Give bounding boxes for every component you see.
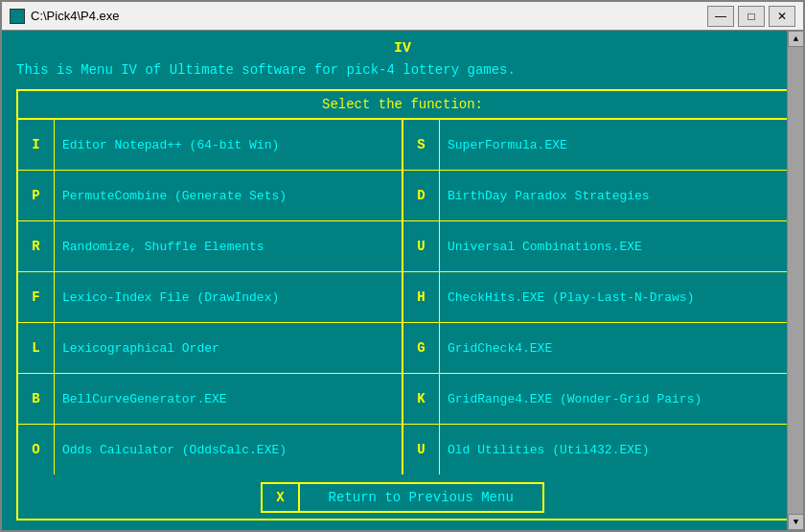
menu-label-left-4[interactable]: Lexicographical Order <box>55 323 403 373</box>
window-title: C:\Pick4\P4.exe <box>31 9 707 23</box>
maximize-button[interactable]: □ <box>738 6 765 27</box>
menu-key-left-1[interactable]: P <box>18 171 55 220</box>
menu-description: This is Menu IV of Ultimate software for… <box>16 62 789 78</box>
menu-key-left-6[interactable]: O <box>18 425 55 474</box>
menu-label-left-3[interactable]: Lexico-Index File (DrawIndex) <box>55 272 403 322</box>
menu-label-right-2[interactable]: Universal Combinations.EXE <box>440 221 787 271</box>
select-header: Select the function: <box>18 91 787 120</box>
menu-key-right-5[interactable]: K <box>403 374 440 424</box>
bottom-bar: X Return to Previous Menu <box>18 474 787 519</box>
scrollbar[interactable]: ▲ ▼ <box>787 31 803 530</box>
window-icon <box>10 9 25 24</box>
table-row: O Odds Calculator (OddsCalc.EXE) U Old U… <box>18 425 787 474</box>
menu-key-right-6[interactable]: U <box>403 425 440 474</box>
menu-key-right-4[interactable]: G <box>403 323 440 373</box>
menu-key-right-2[interactable]: U <box>403 221 440 271</box>
menu-key-right-1[interactable]: D <box>403 171 440 220</box>
menu-label-left-6[interactable]: Odds Calculator (OddsCalc.EXE) <box>55 425 403 474</box>
scroll-up-button[interactable]: ▲ <box>788 31 804 47</box>
menu-box: Select the function: I Editor Notepad++ … <box>16 89 789 520</box>
table-row: L Lexicographical Order G GridCheck4.EXE <box>18 323 787 374</box>
table-row: F Lexico-Index File (DrawIndex) H CheckH… <box>18 272 787 323</box>
table-row: P PermuteCombine (Generate Sets) D Birth… <box>18 171 787 221</box>
menu-label-right-3[interactable]: CheckHits.EXE (Play-Last-N-Draws) <box>440 272 787 322</box>
minimize-button[interactable]: — <box>707 6 734 27</box>
menu-label-left-0[interactable]: Editor Notepad++ (64-bit Win) <box>55 120 403 170</box>
menu-grid: I Editor Notepad++ (64-bit Win) S SuperF… <box>18 120 787 474</box>
main-window: C:\Pick4\P4.exe — □ ✕ IV This is Menu IV… <box>0 0 805 532</box>
scroll-down-button[interactable]: ▼ <box>788 514 804 530</box>
menu-label-right-0[interactable]: SuperFormula.EXE <box>440 120 787 170</box>
return-label[interactable]: Return to Previous Menu <box>300 482 544 513</box>
content-area: IV This is Menu IV of Ultimate software … <box>2 31 803 530</box>
menu-key-right-0[interactable]: S <box>403 120 440 170</box>
menu-key-left-2[interactable]: R <box>18 221 55 271</box>
scroll-track <box>788 47 803 514</box>
menu-label-right-6[interactable]: Old Utilities (Util432.EXE) <box>440 425 787 474</box>
menu-key-right-3[interactable]: H <box>403 272 440 322</box>
title-controls: — □ ✕ <box>707 6 795 27</box>
menu-id: IV <box>16 40 789 57</box>
menu-label-left-2[interactable]: Randomize, Shuffle Elements <box>55 221 403 271</box>
menu-key-left-3[interactable]: F <box>18 272 55 322</box>
table-row: R Randomize, Shuffle Elements U Universa… <box>18 221 787 272</box>
menu-label-right-5[interactable]: GridRange4.EXE (Wonder-Grid Pairs) <box>440 374 787 424</box>
menu-key-left-4[interactable]: L <box>18 323 55 373</box>
menu-label-right-1[interactable]: BirthDay Paradox Strategies <box>440 171 787 220</box>
menu-label-right-4[interactable]: GridCheck4.EXE <box>440 323 787 373</box>
menu-label-left-1[interactable]: PermuteCombine (Generate Sets) <box>55 171 403 220</box>
menu-key-left-0[interactable]: I <box>18 120 55 170</box>
menu-label-left-5[interactable]: BellCurveGenerator.EXE <box>55 374 403 424</box>
close-button[interactable]: ✕ <box>769 6 795 27</box>
title-bar: C:\Pick4\P4.exe — □ ✕ <box>2 2 803 31</box>
return-key[interactable]: X <box>261 482 299 513</box>
table-row: B BellCurveGenerator.EXE K GridRange4.EX… <box>18 374 787 425</box>
menu-key-left-5[interactable]: B <box>18 374 55 424</box>
table-row: I Editor Notepad++ (64-bit Win) S SuperF… <box>18 120 787 171</box>
